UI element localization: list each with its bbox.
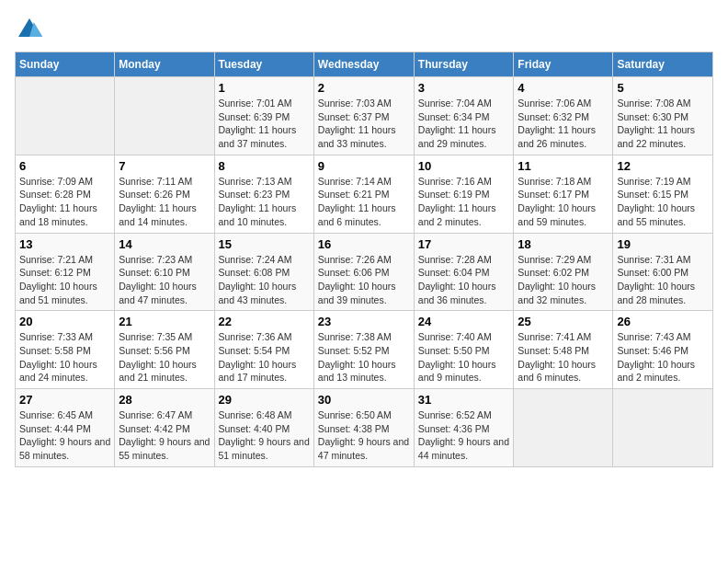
calendar-cell: 10Sunrise: 7:16 AM Sunset: 6:19 PM Dayli… bbox=[414, 155, 514, 233]
day-info: Sunrise: 6:52 AM Sunset: 4:36 PM Dayligh… bbox=[418, 408, 510, 463]
calendar-cell: 17Sunrise: 7:28 AM Sunset: 6:04 PM Dayli… bbox=[414, 233, 514, 311]
day-info: Sunrise: 7:01 AM Sunset: 6:39 PM Dayligh… bbox=[219, 97, 310, 151]
day-number: 14 bbox=[119, 237, 210, 251]
calendar-cell: 30Sunrise: 6:50 AM Sunset: 4:38 PM Dayli… bbox=[313, 389, 414, 467]
day-info: Sunrise: 7:38 AM Sunset: 5:52 PM Dayligh… bbox=[318, 330, 410, 385]
day-header: Monday bbox=[115, 52, 214, 77]
day-info: Sunrise: 7:24 AM Sunset: 6:08 PM Dayligh… bbox=[219, 253, 310, 307]
calendar-cell: 6Sunrise: 7:09 AM Sunset: 6:28 PM Daylig… bbox=[16, 155, 115, 233]
day-number: 9 bbox=[318, 159, 410, 173]
calendar-cell: 18Sunrise: 7:29 AM Sunset: 6:02 PM Dayli… bbox=[514, 233, 613, 311]
day-info: Sunrise: 7:28 AM Sunset: 6:04 PM Dayligh… bbox=[418, 253, 510, 307]
day-number: 19 bbox=[617, 237, 709, 251]
day-number: 25 bbox=[518, 315, 609, 328]
day-info: Sunrise: 7:26 AM Sunset: 6:06 PM Dayligh… bbox=[318, 253, 410, 307]
calendar-table: SundayMondayTuesdayWednesdayThursdayFrid… bbox=[15, 52, 713, 467]
calendar-cell: 11Sunrise: 7:18 AM Sunset: 6:17 PM Dayli… bbox=[514, 155, 613, 233]
day-info: Sunrise: 6:50 AM Sunset: 4:38 PM Dayligh… bbox=[318, 408, 410, 463]
day-header: Thursday bbox=[414, 52, 514, 77]
day-info: Sunrise: 6:47 AM Sunset: 4:42 PM Dayligh… bbox=[119, 408, 210, 463]
logo-icon bbox=[15, 15, 44, 44]
day-info: Sunrise: 7:19 AM Sunset: 6:15 PM Dayligh… bbox=[617, 175, 709, 229]
calendar-cell: 2Sunrise: 7:03 AM Sunset: 6:37 PM Daylig… bbox=[313, 77, 414, 155]
day-number: 16 bbox=[318, 237, 410, 251]
calendar-cell: 4Sunrise: 7:06 AM Sunset: 6:32 PM Daylig… bbox=[514, 77, 613, 155]
calendar-week-row: 6Sunrise: 7:09 AM Sunset: 6:28 PM Daylig… bbox=[16, 155, 713, 233]
calendar-cell: 15Sunrise: 7:24 AM Sunset: 6:08 PM Dayli… bbox=[214, 233, 313, 311]
day-number: 3 bbox=[418, 81, 510, 95]
day-number: 1 bbox=[219, 81, 310, 95]
calendar-cell: 24Sunrise: 7:40 AM Sunset: 5:50 PM Dayli… bbox=[414, 311, 514, 389]
day-header: Wednesday bbox=[313, 52, 414, 77]
day-number: 4 bbox=[518, 81, 609, 95]
day-number: 5 bbox=[617, 81, 709, 95]
day-info: Sunrise: 7:35 AM Sunset: 5:56 PM Dayligh… bbox=[119, 330, 210, 385]
calendar-cell: 14Sunrise: 7:23 AM Sunset: 6:10 PM Dayli… bbox=[115, 233, 214, 311]
calendar-week-row: 20Sunrise: 7:33 AM Sunset: 5:58 PM Dayli… bbox=[16, 311, 713, 389]
day-info: Sunrise: 7:11 AM Sunset: 6:26 PM Dayligh… bbox=[119, 175, 210, 229]
calendar-cell: 20Sunrise: 7:33 AM Sunset: 5:58 PM Dayli… bbox=[16, 311, 115, 389]
calendar-cell: 23Sunrise: 7:38 AM Sunset: 5:52 PM Dayli… bbox=[313, 311, 414, 389]
day-number: 13 bbox=[19, 237, 110, 251]
day-number: 28 bbox=[119, 393, 210, 407]
day-number: 24 bbox=[418, 315, 510, 328]
calendar-cell bbox=[115, 77, 214, 155]
calendar-cell: 13Sunrise: 7:21 AM Sunset: 6:12 PM Dayli… bbox=[16, 233, 115, 311]
day-info: Sunrise: 7:36 AM Sunset: 5:54 PM Dayligh… bbox=[219, 330, 310, 385]
day-number: 11 bbox=[518, 159, 609, 173]
calendar-cell: 25Sunrise: 7:41 AM Sunset: 5:48 PM Dayli… bbox=[514, 311, 613, 389]
calendar-week-row: 27Sunrise: 6:45 AM Sunset: 4:44 PM Dayli… bbox=[16, 389, 713, 467]
day-number: 6 bbox=[19, 159, 110, 173]
day-number: 23 bbox=[318, 315, 410, 328]
day-number: 8 bbox=[219, 159, 310, 173]
day-info: Sunrise: 7:03 AM Sunset: 6:37 PM Dayligh… bbox=[318, 97, 410, 151]
day-number: 7 bbox=[119, 159, 210, 173]
calendar-cell: 16Sunrise: 7:26 AM Sunset: 6:06 PM Dayli… bbox=[313, 233, 414, 311]
calendar-cell bbox=[613, 389, 713, 467]
day-number: 31 bbox=[418, 393, 510, 407]
day-info: Sunrise: 7:16 AM Sunset: 6:19 PM Dayligh… bbox=[418, 175, 510, 229]
day-info: Sunrise: 6:45 AM Sunset: 4:44 PM Dayligh… bbox=[19, 408, 110, 463]
day-info: Sunrise: 7:33 AM Sunset: 5:58 PM Dayligh… bbox=[19, 330, 110, 385]
day-info: Sunrise: 7:09 AM Sunset: 6:28 PM Dayligh… bbox=[19, 175, 110, 229]
day-number: 27 bbox=[19, 393, 110, 407]
day-number: 29 bbox=[219, 393, 310, 407]
day-number: 30 bbox=[318, 393, 410, 407]
calendar-cell: 7Sunrise: 7:11 AM Sunset: 6:26 PM Daylig… bbox=[115, 155, 214, 233]
day-info: Sunrise: 7:14 AM Sunset: 6:21 PM Dayligh… bbox=[318, 175, 410, 229]
day-info: Sunrise: 7:21 AM Sunset: 6:12 PM Dayligh… bbox=[19, 253, 110, 307]
day-info: Sunrise: 7:40 AM Sunset: 5:50 PM Dayligh… bbox=[418, 330, 510, 385]
page-header bbox=[15, 15, 713, 44]
logo bbox=[15, 15, 48, 44]
day-info: Sunrise: 7:41 AM Sunset: 5:48 PM Dayligh… bbox=[518, 330, 609, 385]
day-header: Saturday bbox=[613, 52, 713, 77]
day-info: Sunrise: 7:43 AM Sunset: 5:46 PM Dayligh… bbox=[617, 330, 709, 385]
day-number: 12 bbox=[617, 159, 709, 173]
calendar-week-row: 13Sunrise: 7:21 AM Sunset: 6:12 PM Dayli… bbox=[16, 233, 713, 311]
calendar-cell: 29Sunrise: 6:48 AM Sunset: 4:40 PM Dayli… bbox=[214, 389, 313, 467]
day-info: Sunrise: 7:13 AM Sunset: 6:23 PM Dayligh… bbox=[219, 175, 310, 229]
calendar-cell: 9Sunrise: 7:14 AM Sunset: 6:21 PM Daylig… bbox=[313, 155, 414, 233]
day-info: Sunrise: 7:08 AM Sunset: 6:30 PM Dayligh… bbox=[617, 97, 709, 151]
day-info: Sunrise: 6:48 AM Sunset: 4:40 PM Dayligh… bbox=[219, 408, 310, 463]
calendar-cell: 28Sunrise: 6:47 AM Sunset: 4:42 PM Dayli… bbox=[115, 389, 214, 467]
calendar-cell bbox=[514, 389, 613, 467]
calendar-header-row: SundayMondayTuesdayWednesdayThursdayFrid… bbox=[16, 52, 713, 77]
calendar-cell: 8Sunrise: 7:13 AM Sunset: 6:23 PM Daylig… bbox=[214, 155, 313, 233]
day-header: Sunday bbox=[16, 52, 115, 77]
calendar-cell: 27Sunrise: 6:45 AM Sunset: 4:44 PM Dayli… bbox=[16, 389, 115, 467]
day-header: Tuesday bbox=[214, 52, 313, 77]
day-info: Sunrise: 7:31 AM Sunset: 6:00 PM Dayligh… bbox=[617, 253, 709, 307]
calendar-cell: 31Sunrise: 6:52 AM Sunset: 4:36 PM Dayli… bbox=[414, 389, 514, 467]
calendar-cell: 19Sunrise: 7:31 AM Sunset: 6:00 PM Dayli… bbox=[613, 233, 713, 311]
day-info: Sunrise: 7:18 AM Sunset: 6:17 PM Dayligh… bbox=[518, 175, 609, 229]
day-number: 18 bbox=[518, 237, 609, 251]
calendar-week-row: 1Sunrise: 7:01 AM Sunset: 6:39 PM Daylig… bbox=[16, 77, 713, 155]
calendar-cell: 12Sunrise: 7:19 AM Sunset: 6:15 PM Dayli… bbox=[613, 155, 713, 233]
day-number: 21 bbox=[119, 315, 210, 328]
day-number: 26 bbox=[617, 315, 709, 328]
calendar-cell: 26Sunrise: 7:43 AM Sunset: 5:46 PM Dayli… bbox=[613, 311, 713, 389]
calendar-cell: 5Sunrise: 7:08 AM Sunset: 6:30 PM Daylig… bbox=[613, 77, 713, 155]
calendar-cell: 22Sunrise: 7:36 AM Sunset: 5:54 PM Dayli… bbox=[214, 311, 313, 389]
day-info: Sunrise: 7:29 AM Sunset: 6:02 PM Dayligh… bbox=[518, 253, 609, 307]
